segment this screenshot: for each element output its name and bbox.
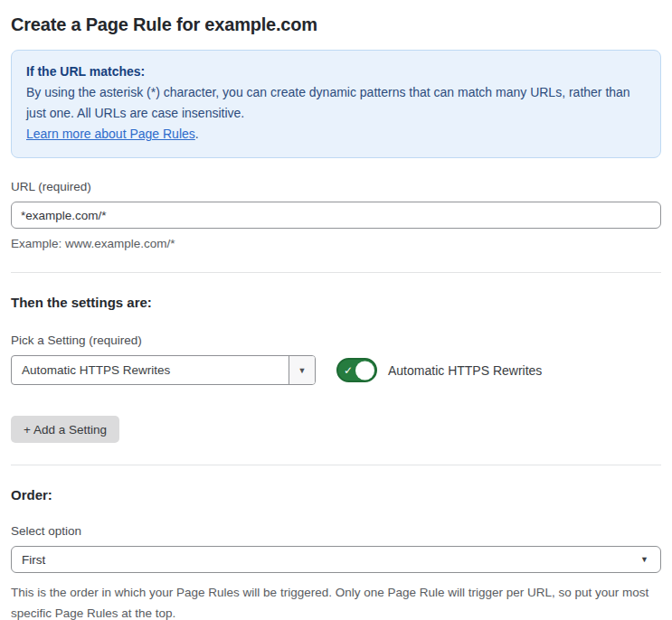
url-input[interactable] <box>11 202 661 229</box>
url-match-info-callout: If the URL matches: By using the asteris… <box>11 50 661 158</box>
setting-toggle[interactable]: ✓ <box>336 358 377 382</box>
settings-section-heading: Then the settings are: <box>11 295 661 310</box>
order-select[interactable]: First ▼ <box>11 546 661 573</box>
order-help-text: This is the order in which your Page Rul… <box>11 582 653 620</box>
callout-heading: If the URL matches: <box>26 61 646 82</box>
learn-more-link[interactable]: Learn more about Page Rules <box>26 127 195 141</box>
check-icon: ✓ <box>344 363 353 376</box>
setting-toggle-label: Automatic HTTPS Rewrites <box>388 363 542 378</box>
callout-link-line: Learn more about Page Rules. <box>26 124 646 145</box>
divider <box>11 465 661 465</box>
order-select-label: Select option <box>11 524 661 538</box>
add-setting-button[interactable]: + Add a Setting <box>11 416 119 443</box>
divider <box>11 272 661 273</box>
url-field-label: URL (required) <box>11 180 661 193</box>
callout-body-text: By using the asterisk (*) character, you… <box>26 85 630 120</box>
setting-select[interactable]: Automatic HTTPS Rewrites ▼ <box>11 355 316 385</box>
caret-down-icon[interactable]: ▼ <box>289 356 315 384</box>
order-section-heading: Order: <box>11 487 661 503</box>
toggle-knob <box>355 361 374 380</box>
page-title: Create a Page Rule for example.com <box>11 14 661 35</box>
setting-row: Automatic HTTPS Rewrites ▼ ✓ Automatic H… <box>11 355 661 385</box>
create-page-rule-panel: Create a Page Rule for example.com If th… <box>0 0 672 620</box>
url-field-example: Example: www.example.com/* <box>11 237 661 250</box>
caret-down-icon: ▼ <box>640 555 648 564</box>
callout-link-suffix: . <box>195 127 199 141</box>
order-select-value: First <box>22 553 45 567</box>
pick-setting-label: Pick a Setting (required) <box>11 333 661 347</box>
setting-select-value: Automatic HTTPS Rewrites <box>12 356 289 384</box>
callout-body: By using the asterisk (*) character, you… <box>26 82 646 124</box>
